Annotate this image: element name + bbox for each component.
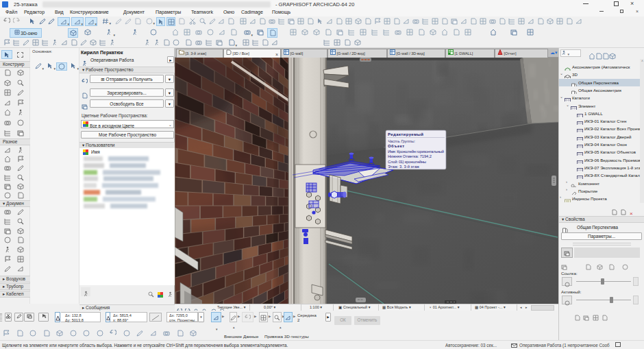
svg-text:Нижняя Отметка: 7194,2: Нижняя Отметка: 7194,2 (388, 154, 432, 158)
svg-text:Этаж: 3. 3-й этаж: Этаж: 3. 3-й этаж (388, 165, 419, 169)
svg-text:Имя: Кронштейн горизонтальный: Имя: Кронштейн горизонтальный (388, 149, 444, 154)
svg-text:Слой: 01) кронштейны: Слой: 01) кронштейны (388, 160, 426, 164)
svg-text:Объект: Объект (388, 144, 404, 148)
svg-text:Редактируемый: Редактируемый (388, 132, 423, 136)
svg-text:Часть Группы:: Часть Группы: (388, 139, 415, 143)
